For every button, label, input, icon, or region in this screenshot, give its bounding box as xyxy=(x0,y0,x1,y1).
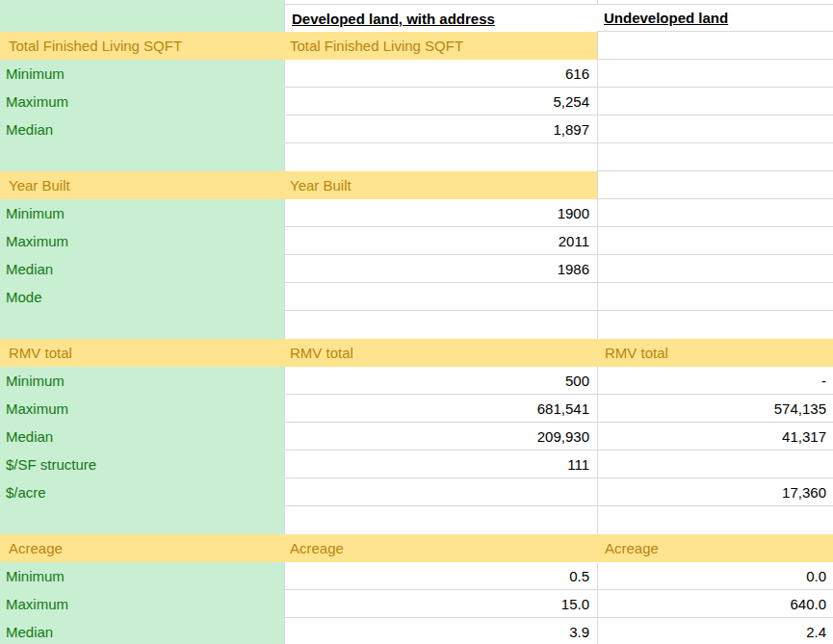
section-header-row: Year Built Year Built xyxy=(0,171,833,199)
spreadsheet: Developed land, with address Undeveloped… xyxy=(0,0,833,644)
section-title-cell[interactable]: Acreage xyxy=(597,534,833,562)
row-label-cell[interactable]: Minimum xyxy=(0,367,284,395)
section-title-cell[interactable]: Total Finished Living SQFT xyxy=(0,32,284,60)
row-label-cell[interactable]: $/acre xyxy=(0,478,284,506)
empty-cell[interactable] xyxy=(284,506,597,534)
empty-cell[interactable] xyxy=(0,5,284,32)
row-label-cell[interactable]: Minimum xyxy=(0,60,284,88)
empty-cell[interactable] xyxy=(0,143,284,171)
table-row: Minimum 0.5 0.0 xyxy=(0,562,833,590)
empty-cell[interactable] xyxy=(597,143,833,171)
developed-value-cell[interactable]: 616 xyxy=(284,60,597,88)
empty-cell[interactable] xyxy=(597,311,833,339)
empty-cell[interactable] xyxy=(597,32,833,60)
developed-value-cell[interactable]: 209,930 xyxy=(284,423,597,451)
spacer-row xyxy=(0,311,833,339)
undeveloped-value-cell[interactable] xyxy=(597,88,833,116)
developed-value-cell[interactable]: 500 xyxy=(284,367,597,395)
undeveloped-value-cell[interactable] xyxy=(597,255,833,283)
row-label-cell[interactable]: Maximum xyxy=(0,88,284,116)
developed-value-cell[interactable] xyxy=(284,283,597,311)
undeveloped-value-cell[interactable] xyxy=(597,227,833,255)
section-title-cell[interactable]: Total Finished Living SQFT xyxy=(284,32,597,60)
table-row: Maximum 15.0 640.0 xyxy=(0,590,833,618)
undeveloped-land-header[interactable]: Undeveloped land xyxy=(597,5,833,32)
section-title-cell[interactable]: Year Built xyxy=(284,171,597,199)
table-row: Median 1,897 xyxy=(0,116,833,143)
table-row: Maximum 681,541 574,135 xyxy=(0,395,833,423)
table-row: Minimum 616 xyxy=(0,60,833,88)
undeveloped-value-cell[interactable] xyxy=(597,60,833,88)
empty-cell[interactable] xyxy=(597,506,833,534)
developed-value-cell[interactable]: 111 xyxy=(284,451,597,478)
empty-cell[interactable] xyxy=(284,143,597,171)
row-label-cell[interactable]: Median xyxy=(0,116,284,143)
developed-value-cell[interactable]: 681,541 xyxy=(284,395,597,423)
row-label-cell[interactable]: Minimum xyxy=(0,562,284,590)
undeveloped-value-cell[interactable]: 0.0 xyxy=(597,562,833,590)
table-row: Maximum 5,254 xyxy=(0,88,833,116)
developed-value-cell[interactable]: 3.9 xyxy=(284,618,597,644)
section-header-row: RMV total RMV total RMV total xyxy=(0,339,833,367)
table-row: Median 3.9 2.4 xyxy=(0,618,833,644)
undeveloped-value-cell[interactable] xyxy=(597,283,833,311)
undeveloped-value-cell[interactable] xyxy=(597,199,833,227)
table-row: Median 1986 xyxy=(0,255,833,283)
table-row: $/acre 17,360 xyxy=(0,478,833,506)
section-title-cell[interactable]: Acreage xyxy=(284,534,597,562)
row-label-cell[interactable]: Median xyxy=(0,423,284,451)
undeveloped-value-cell[interactable]: 17,360 xyxy=(597,478,833,506)
undeveloped-value-cell[interactable]: 2.4 xyxy=(597,618,833,644)
row-label-cell[interactable]: Median xyxy=(0,618,284,644)
undeveloped-value-cell[interactable]: - xyxy=(597,367,833,395)
empty-cell[interactable] xyxy=(284,311,597,339)
section-title-cell[interactable]: Year Built xyxy=(0,171,284,199)
section-header-row: Total Finished Living SQFT Total Finishe… xyxy=(0,32,833,60)
section-title-cell[interactable]: RMV total xyxy=(284,339,597,367)
developed-value-cell[interactable]: 1900 xyxy=(284,199,597,227)
section-title-cell[interactable]: RMV total xyxy=(0,339,284,367)
undeveloped-value-cell[interactable] xyxy=(597,451,833,478)
developed-value-cell[interactable]: 1986 xyxy=(284,255,597,283)
developed-value-cell[interactable]: 5,254 xyxy=(284,88,597,116)
section-title-cell[interactable]: Acreage xyxy=(0,534,284,562)
undeveloped-value-cell[interactable]: 640.0 xyxy=(597,590,833,618)
spacer-row xyxy=(0,143,833,171)
spacer-row xyxy=(0,506,833,534)
column-header-row: Developed land, with address Undeveloped… xyxy=(0,5,833,32)
developed-value-cell[interactable]: 15.0 xyxy=(284,590,597,618)
developed-value-cell[interactable]: 2011 xyxy=(284,227,597,255)
row-label-cell[interactable]: Median xyxy=(0,255,284,283)
table-row: Minimum 1900 xyxy=(0,199,833,227)
section-header-row: Acreage Acreage Acreage xyxy=(0,534,833,562)
row-label-cell[interactable]: Maximum xyxy=(0,590,284,618)
table-row: Minimum 500 - xyxy=(0,367,833,395)
empty-cell[interactable] xyxy=(0,311,284,339)
table-row: Mode xyxy=(0,283,833,311)
row-label-cell[interactable]: Minimum xyxy=(0,199,284,227)
developed-value-cell[interactable]: 1,897 xyxy=(284,116,597,143)
row-label-cell[interactable]: $/SF structure xyxy=(0,451,284,478)
empty-cell[interactable] xyxy=(597,171,833,199)
developed-land-header[interactable]: Developed land, with address xyxy=(284,5,597,32)
developed-value-cell[interactable] xyxy=(284,478,597,506)
undeveloped-value-cell[interactable] xyxy=(597,116,833,143)
section-title-cell[interactable]: RMV total xyxy=(597,339,833,367)
row-label-cell[interactable]: Maximum xyxy=(0,227,284,255)
developed-value-cell[interactable]: 0.5 xyxy=(284,562,597,590)
table-row: $/SF structure 111 xyxy=(0,451,833,478)
empty-cell[interactable] xyxy=(0,506,284,534)
table-row: Maximum 2011 xyxy=(0,227,833,255)
undeveloped-value-cell[interactable]: 41,317 xyxy=(597,423,833,451)
row-label-cell[interactable]: Mode xyxy=(0,283,284,311)
row-label-cell[interactable]: Maximum xyxy=(0,395,284,423)
table-row: Median 209,930 41,317 xyxy=(0,423,833,451)
undeveloped-value-cell[interactable]: 574,135 xyxy=(597,395,833,423)
